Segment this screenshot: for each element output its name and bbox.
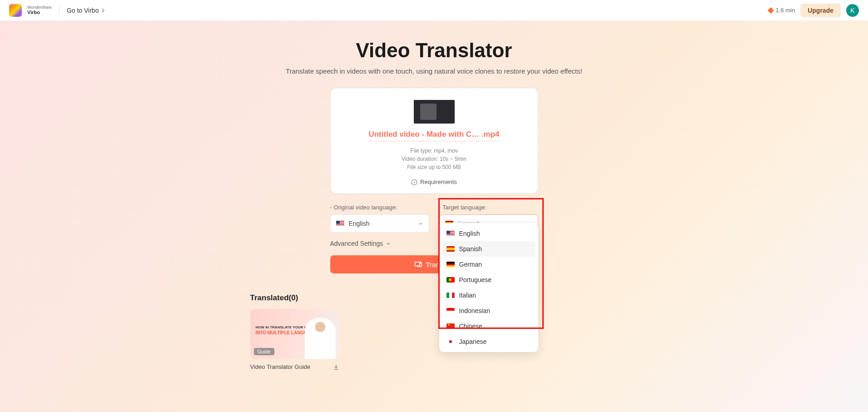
flag-cn-icon [446,323,455,329]
target-language-label: - Target language: [439,204,538,211]
lang-option-cn[interactable]: Chinese [442,318,536,334]
guide-badge: Guide [254,348,274,355]
goto-virbo-link[interactable]: Go to Virbo [67,7,106,14]
header-right: 1.6 min Upgrade K [769,4,859,17]
guide-item-label: Video Translator Guide [250,363,311,370]
divider [59,7,60,14]
flag-it-icon [446,293,455,298]
req-size: File size up to 500 MB [344,163,524,171]
language-controls: - Original video language: English - Tar… [330,204,538,233]
uploaded-filename: Untitled video - Made with C… .mp4 [368,130,499,141]
upgrade-button[interactable]: Upgrade [800,4,841,17]
user-avatar[interactable]: K [846,4,859,17]
chevron-right-icon [100,8,106,13]
req-duration: Video duration: 10s ~ 5min [344,155,524,163]
lang-option-es[interactable]: Spanish [442,241,536,257]
flag-jp-icon [446,339,455,344]
flag-us-icon [336,221,344,226]
flag-pt-icon [446,277,455,283]
original-language-col: - Original video language: English [330,204,429,233]
brand-text: Wondershare Virbo [27,5,52,15]
lang-option-jp[interactable]: Japanese [442,334,536,349]
download-icon[interactable] [333,364,339,370]
guide-person-graphic [305,318,336,359]
lang-option-pt[interactable]: Portuguese [442,272,536,288]
translate-icon [414,260,422,268]
app-header: Wondershare Virbo Go to Virbo 1.6 min Up… [0,0,868,21]
guide-thumbnail: HOW AI TRANSLATE YOUR VIDEOS INTO MULTIP… [250,309,339,359]
info-icon [411,179,417,185]
requirements-link[interactable]: Requirements [344,179,524,185]
upload-card[interactable]: Untitled video - Made with C… .mp4 File … [330,88,538,194]
translated-section: Translated(0) HOW AI TRANSLATE YOUR VIDE… [250,293,618,370]
flag-us-icon [446,231,455,236]
lang-option-us[interactable]: English [442,226,536,241]
diamond-icon [767,7,774,13]
guide-card[interactable]: HOW AI TRANSLATE YOUR VIDEOS INTO MULTIP… [250,309,339,370]
lang-option-id[interactable]: Indonesian [442,303,536,318]
time-remaining: 1.6 min [769,7,795,14]
video-thumbnail [414,100,455,124]
flag-de-icon [446,262,455,267]
main-content: Video Translator Translate speech in vid… [0,21,868,412]
page-title: Video Translator [0,39,868,62]
svg-point-1 [414,180,415,181]
chevron-down-icon [386,241,391,246]
svg-rect-2 [414,182,414,184]
chevron-down-icon [418,221,423,226]
req-file-type: File type: mp4, mov [344,147,524,155]
app-logo [9,4,22,17]
original-language-select[interactable]: English [330,214,429,233]
translated-heading: Translated(0) [250,293,618,303]
header-left: Wondershare Virbo Go to Virbo [9,4,106,17]
page-subtitle: Translate speech in videos with one touc… [0,67,868,75]
lang-option-de[interactable]: German [442,257,536,272]
target-language-dropdown: EnglishSpanishGermanPortugueseItalianInd… [439,223,538,352]
lang-option-it[interactable]: Italian [442,288,536,303]
original-language-label: - Original video language: [330,204,429,211]
flag-id-icon [446,308,455,313]
flag-es-icon [446,246,455,252]
